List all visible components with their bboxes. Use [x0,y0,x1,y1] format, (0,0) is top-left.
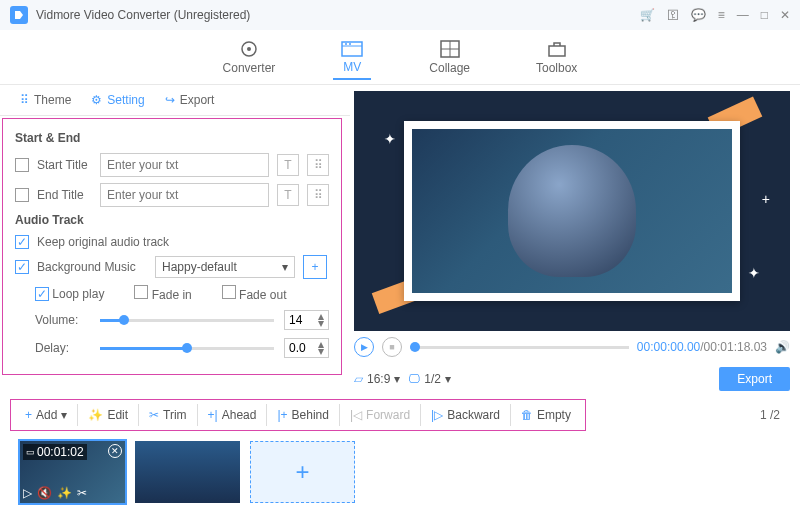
feedback-icon[interactable]: 💬 [691,8,706,22]
subtab-export[interactable]: ↪Export [165,93,215,107]
ahead-button[interactable]: +|Ahead [198,404,268,426]
aspect-icon: ▱ [354,372,363,386]
clip-thumbnail[interactable] [135,441,240,503]
loop-label: Loop play [52,287,104,301]
start-title-input[interactable] [100,153,269,177]
forward-button[interactable]: |◁Forward [340,404,421,426]
menu-icon[interactable]: ≡ [718,8,725,22]
start-text-grid-button[interactable]: ⠿ [307,154,329,176]
bg-music-checkbox[interactable]: ✓ [15,260,29,274]
close-icon[interactable]: ✕ [780,8,790,22]
volume-slider[interactable] [100,319,274,322]
fadeout-checkbox[interactable] [222,285,236,299]
add-music-button[interactable]: + [303,255,327,279]
chevron-down-icon: ▾ [394,372,400,386]
delay-input[interactable]: 0.0▴▾ [284,338,329,358]
volume-input[interactable]: 14▴▾ [284,310,329,330]
mv-icon [341,39,363,57]
theme-icon: ⠿ [20,93,29,107]
maximize-icon[interactable]: □ [761,8,768,22]
end-title-input[interactable] [100,183,269,207]
ahead-label: Ahead [222,408,257,422]
chevron-down-icon: ▾ [61,408,67,422]
delay-slider[interactable] [100,347,274,350]
export-icon: ↪ [165,93,175,107]
trim-label: Trim [163,408,187,422]
bg-music-value: Happy-default [162,260,237,274]
titlebar: Vidmore Video Converter (Unregistered) 🛒… [0,0,800,30]
play-icon[interactable]: ▷ [23,486,32,500]
fadein-label: Fade in [152,288,192,302]
behind-button[interactable]: |+Behind [267,404,340,426]
tab-collage-label: Collage [429,61,470,75]
svg-point-1 [247,47,251,51]
tab-converter[interactable]: Converter [215,36,284,79]
stop-button[interactable]: ■ [382,337,402,357]
clip-thumbnail[interactable]: ▭ 00:01:02 ✕ ▷ 🔇 ✨ ✂ [20,441,125,503]
subtab-setting-label: Setting [107,93,144,107]
edit-button[interactable]: ✨Edit [78,404,139,426]
page-select[interactable]: 🖵 1/2 ▾ [408,372,451,386]
tab-collage[interactable]: Collage [421,36,478,79]
page-value: 1/2 [424,372,441,386]
monitor-icon: 🖵 [408,372,420,386]
svg-rect-6 [549,46,565,56]
preview-bottombar: ▱ 16:9 ▾ 🖵 1/2 ▾ Export [354,363,790,395]
keep-original-label: Keep original audio track [37,235,169,249]
play-button[interactable]: ▶ [354,337,374,357]
mute-icon[interactable]: 🔇 [37,486,52,500]
end-title-checkbox[interactable] [15,188,29,202]
video-preview[interactable]: ✦ ✦ + [354,91,790,331]
bg-music-select[interactable]: Happy-default ▾ [155,256,295,278]
fadein-checkbox[interactable] [134,285,148,299]
sparkle-icon: ✦ [384,131,396,147]
end-text-grid-button[interactable]: ⠿ [307,184,329,206]
gear-icon: ⚙ [91,93,102,107]
chevron-down-icon: ▾ [282,260,288,274]
end-text-style-button[interactable]: T [277,184,299,206]
tab-mv[interactable]: MV [333,35,371,80]
behind-label: Behind [292,408,329,422]
add-button[interactable]: +Add ▾ [15,404,78,426]
remove-clip-button[interactable]: ✕ [108,444,122,458]
audio-track-title: Audio Track [15,213,329,227]
sparkle-icon: + [762,191,770,207]
svg-rect-2 [342,42,362,56]
minimize-icon[interactable]: — [737,8,749,22]
add-clip-button[interactable]: + [250,441,355,503]
edit-clip-icon[interactable]: ✨ [57,486,72,500]
start-text-style-button[interactable]: T [277,154,299,176]
main-tabs: Converter MV Collage Toolbox [0,30,800,85]
duration-badge: ▭ 00:01:02 [23,444,87,460]
time-total: /00:01:18.03 [700,340,767,354]
tab-toolbox[interactable]: Toolbox [528,36,585,79]
converter-icon [238,40,260,58]
empty-label: Empty [537,408,571,422]
cart-icon[interactable]: 🛒 [640,8,655,22]
subtab-theme-label: Theme [34,93,71,107]
trash-icon: 🗑 [521,408,533,422]
volume-icon[interactable]: 🔊 [775,340,790,354]
trim-button[interactable]: ✂Trim [139,404,198,426]
loop-checkbox[interactable]: ✓ [35,287,49,301]
empty-button[interactable]: 🗑Empty [511,404,581,426]
left-panel: ⠿Theme ⚙Setting ↪Export Start & End Star… [0,85,350,395]
export-button[interactable]: Export [719,367,790,391]
key-icon[interactable]: ⚿ [667,8,679,22]
end-title-label: End Title [37,188,92,202]
progress-slider[interactable] [410,346,629,349]
bg-music-label: Background Music [37,260,147,274]
tab-toolbox-label: Toolbox [536,61,577,75]
backward-button[interactable]: |▷Backward [421,404,511,426]
svg-point-3 [345,43,347,45]
start-title-label: Start Title [37,158,92,172]
backward-icon: |▷ [431,408,443,422]
aspect-ratio-select[interactable]: ▱ 16:9 ▾ [354,372,400,386]
subtab-theme[interactable]: ⠿Theme [20,93,71,107]
keep-original-checkbox[interactable]: ✓ [15,235,29,249]
preview-frame [404,121,740,301]
window-title: Vidmore Video Converter (Unregistered) [36,8,632,22]
trim-clip-icon[interactable]: ✂ [77,486,87,500]
subtab-setting[interactable]: ⚙Setting [91,93,144,107]
start-title-checkbox[interactable] [15,158,29,172]
